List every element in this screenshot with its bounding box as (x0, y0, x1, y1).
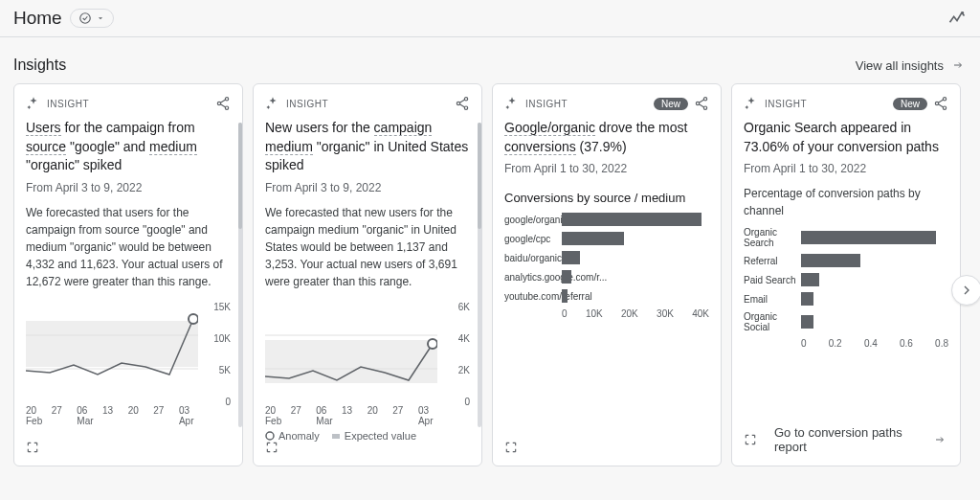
x-axis: 00.20.40.60.8 (801, 338, 948, 349)
divider (0, 36, 980, 37)
card-date: From April 3 to 9, 2022 (26, 181, 231, 194)
chevron-right-icon (959, 283, 974, 298)
fullscreen-icon (744, 433, 757, 446)
sparkle-icon (26, 96, 41, 111)
sparkle-trend-icon (947, 9, 967, 28)
scrollbar[interactable] (238, 123, 242, 427)
fullscreen-icon (26, 441, 39, 454)
section-title: Insights (13, 57, 66, 74)
fullscreen-icon (504, 441, 518, 454)
insight-card-3[interactable]: INSIGHT New Google/organic drove the mos… (492, 83, 722, 466)
caret-down-icon (96, 13, 105, 23)
share-button[interactable] (215, 96, 231, 111)
bar-row: Organic Social (744, 311, 948, 332)
share-button[interactable] (933, 96, 948, 111)
bar-row: youtube.com/referral (504, 289, 709, 303)
new-badge: New (893, 98, 927, 110)
expand-button[interactable] (26, 441, 39, 454)
expand-button[interactable] (744, 433, 757, 446)
insight-label: INSIGHT (765, 99, 807, 109)
card-body: We forecasted that users for the campaig… (26, 204, 231, 290)
bar-chart: Organic SearchReferralPaid SearchEmailOr… (744, 227, 948, 338)
scrollbar[interactable] (478, 123, 481, 427)
svg-rect-5 (26, 321, 198, 367)
line-chart-container: 6K4K2K0 20 Feb2706 Mar13202703 Apr Anoma (265, 298, 470, 454)
insight-label: INSIGHT (286, 99, 328, 109)
insight-card-2[interactable]: INSIGHT New users for the campaign mediu… (253, 83, 482, 466)
bar-row: Paid Search (744, 273, 948, 286)
card-body: We forecasted that new users for the cam… (265, 204, 470, 290)
share-icon (694, 96, 709, 111)
svg-point-14 (266, 432, 274, 440)
next-cards-button[interactable] (951, 275, 980, 306)
check-circle-icon (78, 11, 92, 25)
card-title: Google/organic drove the most conversion… (504, 119, 709, 156)
section-header: Insights View all insights (0, 57, 980, 83)
expand-button[interactable] (504, 441, 518, 454)
insight-label: INSIGHT (47, 99, 89, 109)
share-icon (455, 96, 470, 111)
share-button[interactable] (694, 96, 709, 111)
line-chart-container: 15K10K5K0 20 Feb2706 Mar13202703 Apr (26, 298, 231, 454)
insight-cards-row: INSIGHT Users for the campaign from sour… (13, 83, 967, 466)
sparkle-icon (504, 96, 520, 111)
chart-heading: Conversions by source / medium (504, 191, 709, 205)
chart-heading: Percentage of conversion paths by channe… (744, 185, 948, 219)
view-all-insights-link[interactable]: View all insights (856, 58, 967, 73)
share-button[interactable] (455, 96, 470, 111)
filter-chip[interactable] (70, 9, 114, 28)
bar-row: google/cpc (504, 232, 709, 245)
bar-row: Referral (744, 254, 948, 267)
insight-card-1[interactable]: INSIGHT Users for the campaign from sour… (13, 83, 243, 466)
new-badge: New (654, 98, 688, 110)
card-title: Users for the campaign from source "goog… (26, 119, 231, 175)
svg-point-1 (962, 11, 965, 13)
insight-card-4[interactable]: INSIGHT New Organic Search appeared in 7… (731, 83, 961, 466)
sparkle-icon (265, 96, 280, 111)
insights-icon-button[interactable] (947, 9, 967, 28)
card-date: From April 3 to 9, 2022 (265, 181, 470, 194)
bar-chart: google/organicgoogle/cpcbaidu/organicana… (504, 213, 709, 308)
cta-conversion-paths[interactable]: Go to conversion paths report (767, 425, 922, 454)
bar-row: google/organic (504, 213, 709, 226)
arrow-right-icon (931, 434, 948, 445)
x-axis: 010K20K30K40K (562, 308, 709, 319)
card-date: From April 1 to 30, 2022 (744, 162, 948, 175)
page-title: Home (13, 8, 62, 29)
y-axis: 6K4K2K0 (443, 302, 470, 407)
sparkle-icon (744, 96, 759, 111)
fullscreen-icon (265, 441, 278, 454)
share-icon (933, 96, 948, 111)
anomaly-point (189, 314, 198, 324)
card-title: Organic Search appeared in 73.06% of you… (744, 119, 948, 156)
bar-row: baidu/organic (504, 251, 709, 264)
anomaly-point (428, 339, 437, 349)
card-title: New users for the campaign medium "organ… (265, 119, 470, 175)
bar-row: Organic Search (744, 227, 948, 248)
expand-button[interactable] (265, 441, 278, 454)
y-axis: 15K10K5K0 (204, 302, 231, 407)
header: Home (0, 0, 980, 36)
arrow-right-icon (949, 59, 967, 71)
svg-rect-15 (332, 434, 340, 439)
card-date: From April 1 to 30, 2022 (504, 162, 709, 175)
bar-row: Email (744, 292, 948, 306)
x-axis: 20 Feb2706 Mar13202703 Apr (26, 405, 202, 426)
svg-point-0 (79, 13, 90, 24)
chart-legend: Anomaly Expected value (265, 430, 470, 442)
x-axis: 20 Feb2706 Mar13202703 Apr (265, 405, 441, 426)
bar-row: analytics.google.com/r... (504, 270, 709, 284)
share-icon (215, 96, 231, 111)
insight-label: INSIGHT (525, 99, 568, 109)
